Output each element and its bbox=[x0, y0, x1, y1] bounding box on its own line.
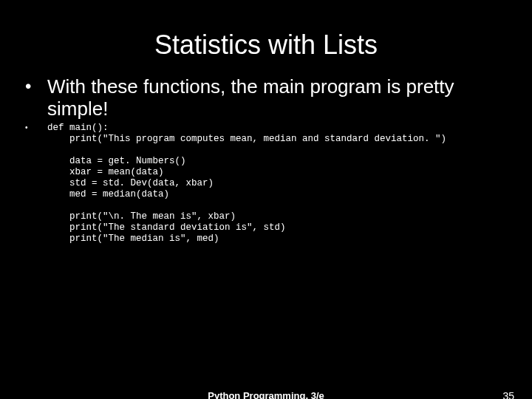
code-block: def main(): print("This program computes… bbox=[47, 123, 446, 245]
bullet-item-code: • def main(): print("This program comput… bbox=[22, 123, 510, 245]
bullet-text-1: With these functions, the main program i… bbox=[47, 75, 510, 120]
footer-source: Python Programming, 3/e bbox=[0, 390, 532, 399]
bullet-dot: • bbox=[22, 75, 47, 98]
page-number: 35 bbox=[502, 390, 514, 399]
slide-body: • With these functions, the main program… bbox=[0, 75, 532, 245]
slide-title: Statistics with Lists bbox=[0, 0, 532, 75]
slide: Statistics with Lists • With these funct… bbox=[0, 0, 532, 399]
bullet-item-1: • With these functions, the main program… bbox=[22, 75, 510, 120]
bullet-dot-small: • bbox=[22, 123, 47, 133]
